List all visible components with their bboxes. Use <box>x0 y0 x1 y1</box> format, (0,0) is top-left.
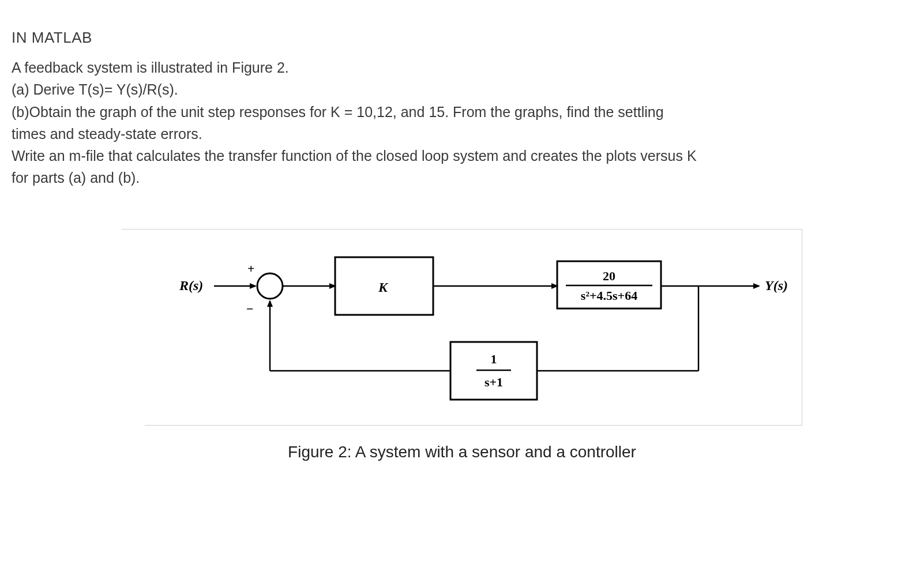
problem-line-5: Write an m-file that calculates the tran… <box>12 145 912 166</box>
controller-block-label: K <box>378 280 389 295</box>
input-label: R(s) <box>179 278 203 293</box>
svg-point-1 <box>257 273 283 299</box>
figure-container: R(s) + − K 20 s²+4.5s+64 Y(s) <box>12 229 912 461</box>
problem-line-4: times and steady-state errors. <box>12 123 912 144</box>
problem-line-3: (b)Obtain the graph of the unit step res… <box>12 101 912 122</box>
sum-minus-sign: − <box>246 302 254 316</box>
problem-line-6: for parts (a) and (b). <box>12 167 912 188</box>
figure-caption: Figure 2: A system with a sensor and a c… <box>288 443 636 461</box>
sensor-numerator: 1 <box>491 352 497 366</box>
problem-line-2: (a) Derive T(s)= Y(s)/R(s). <box>12 79 912 100</box>
problem-line-1: A feedback system is illustrated in Figu… <box>12 57 912 78</box>
sum-plus-sign: + <box>247 261 255 276</box>
sensor-denominator: s+1 <box>484 375 503 389</box>
section-heading: IN MATLAB <box>12 29 912 47</box>
block-diagram: R(s) + − K 20 s²+4.5s+64 Y(s) <box>122 229 802 425</box>
output-label: Y(s) <box>765 278 788 293</box>
plant-denominator: s²+4.5s+64 <box>581 288 637 303</box>
plant-numerator: 20 <box>603 269 615 283</box>
